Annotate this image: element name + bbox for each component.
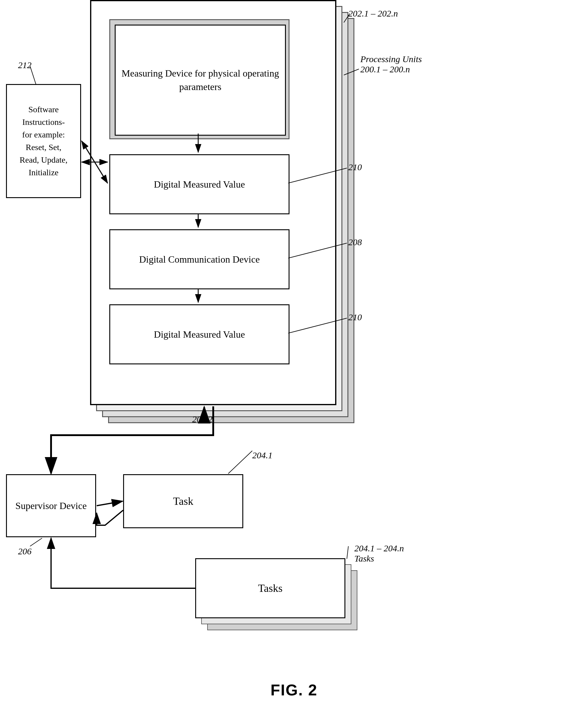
digital-measured-value-2-label: Digital Measured Value <box>154 328 245 341</box>
label-212: 212 <box>18 60 31 70</box>
svg-line-16 <box>97 501 123 506</box>
label-204-range: 204.1 – 204.n Tasks <box>354 543 404 564</box>
label-210-2: 210 <box>348 312 362 322</box>
digital-measured-value-1-label: Digital Measured Value <box>154 178 245 191</box>
digital-communication-device-box: Digital Communication Device <box>109 229 290 289</box>
diagram: Measuring Device for physical operating … <box>0 0 588 717</box>
measuring-outer: Measuring Device for physical operating … <box>109 19 290 139</box>
tasks-main-label: Tasks <box>258 582 282 594</box>
label-210-1: 210 <box>348 162 362 172</box>
tasks-main-box: Tasks <box>195 558 345 618</box>
fig-caption: FIG. 2 <box>271 681 317 699</box>
supervisor-device-box: Supervisor Device <box>6 474 96 537</box>
label-200-2: 200.2 <box>192 414 213 425</box>
measuring-device-box: Measuring Device for physical operating … <box>115 25 286 136</box>
digital-communication-device-label: Digital Communication Device <box>139 253 260 266</box>
label-204-1: 204.1 <box>252 450 273 460</box>
software-instructions-label: Software Instructions-for example:Reset,… <box>10 103 77 179</box>
svg-line-18 <box>347 546 348 559</box>
label-processing-units: Processing Units 200.1 – 200.n <box>360 54 422 74</box>
supervisor-device-label: Supervisor Device <box>15 499 86 513</box>
svg-line-19 <box>30 538 42 546</box>
task-box: Task <box>123 474 243 528</box>
measuring-device-label: Measuring Device for physical operating … <box>115 67 285 94</box>
digital-measured-value-1-box: Digital Measured Value <box>109 154 290 214</box>
svg-line-17 <box>228 451 252 474</box>
digital-measured-value-2-box: Digital Measured Value <box>109 304 290 364</box>
processing-main-box: Measuring Device for physical operating … <box>90 0 336 405</box>
label-208: 208 <box>348 237 362 247</box>
software-instructions-box: Software Instructions-for example:Reset,… <box>6 84 81 198</box>
label-206: 206 <box>18 546 31 557</box>
task-label: Task <box>173 495 193 507</box>
label-202-range: 202.1 – 202.n <box>348 8 398 19</box>
